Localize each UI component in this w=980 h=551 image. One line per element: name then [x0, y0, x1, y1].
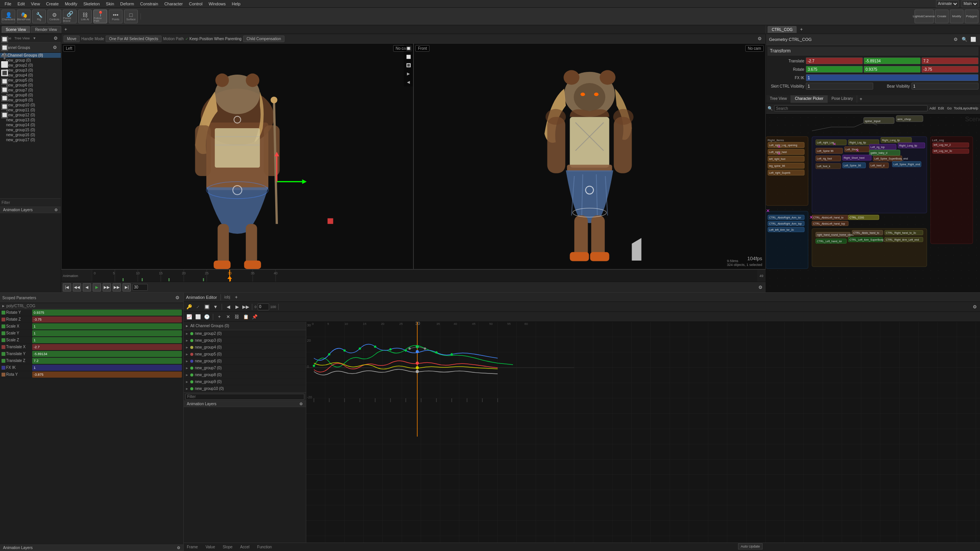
attr-expand-icon[interactable]: ⬜: [969, 36, 977, 43]
anim-filter-input[interactable]: [185, 394, 304, 400]
menu-create[interactable]: Create: [43, 1, 62, 7]
anim-tree-group-8[interactable]: ► new_group8 (0): [184, 372, 306, 378]
tree-group-15[interactable]: new_group15 (0): [0, 127, 61, 132]
play-btn[interactable]: ▶: [93, 283, 101, 292]
one-for-all-btn[interactable]: One For All Selected Objects: [106, 36, 162, 42]
anim-tangent-btn[interactable]: ⟋: [194, 303, 202, 311]
anim-next-btn[interactable]: ▶▶: [242, 303, 250, 311]
add-attr-btn[interactable]: +: [797, 26, 805, 33]
anim-graph-btn[interactable]: 📈: [185, 313, 193, 321]
left-icon-5[interactable]: 🔳: [1, 69, 8, 77]
fxik-value[interactable]: 1: [806, 74, 978, 81]
anim-filter-btn[interactable]: ▼: [212, 303, 219, 311]
menu-character[interactable]: Character: [161, 1, 186, 7]
link-at-btn[interactable]: ⛓ Link At: [78, 10, 92, 23]
menu-help[interactable]: Help: [229, 1, 244, 7]
menu-modify[interactable]: Modify: [62, 1, 80, 7]
anim-settings-icon[interactable]: ⚙: [971, 303, 978, 311]
scale-x-param-val[interactable]: 1: [32, 323, 182, 329]
add-node-btn[interactable]: Add: [929, 104, 936, 112]
anim-start-frame[interactable]: [258, 303, 269, 310]
left-icon-1[interactable]: 🔲: [1, 35, 8, 43]
move-mode-btn[interactable]: Move: [64, 36, 80, 42]
anim-tree-group-9[interactable]: ► new_group9 (0): [184, 378, 306, 385]
follow-path-btn[interactable]: 📍 Follow Path: [93, 10, 107, 23]
rotate-y-param-val[interactable]: 0.9375: [32, 310, 182, 316]
points-btn[interactable]: ••• Points: [109, 10, 122, 23]
vp-icon-5[interactable]: ◀: [405, 78, 412, 86]
anim-tree-group-7[interactable]: ► new_group7 (0): [184, 365, 306, 372]
blendpose-btn[interactable]: 🎭 BlendPose: [17, 10, 31, 23]
anim-bake-btn[interactable]: 🔲: [203, 303, 211, 311]
menu-skin[interactable]: Skin: [103, 1, 117, 7]
viewport-settings-icon[interactable]: ⚙: [756, 35, 763, 42]
rotate-z[interactable]: -3.75: [921, 66, 978, 73]
prev-frame-btn[interactable]: ◀: [83, 283, 91, 292]
anim-curves[interactable]: 30 20 0 -20 0 5 10 15 20 25 30 35 40: [306, 322, 980, 543]
tab-ctrl-cog[interactable]: CTRL_COG: [768, 26, 797, 33]
tab-tree-view[interactable]: Tree View: [766, 95, 791, 103]
translate-z[interactable]: 7.2: [921, 57, 978, 64]
play-all-btn[interactable]: ▶▶: [103, 283, 111, 292]
translate-y[interactable]: -5.89134: [864, 57, 921, 64]
menu-file[interactable]: File: [2, 1, 15, 7]
characters-btn[interactable]: 👤 Characters: [2, 10, 15, 23]
translate-y-param-val[interactable]: -5.89134: [32, 351, 182, 357]
translate-z-param-val[interactable]: 7.2: [32, 358, 182, 364]
attr-settings-icon[interactable]: ⚙: [952, 36, 959, 43]
anim-dope-btn[interactable]: ⬜: [194, 313, 202, 321]
left-icon-9[interactable]: 🔲: [1, 103, 8, 110]
tab-scene-view[interactable]: Scene View: [2, 26, 30, 33]
anim-tree-group-10[interactable]: ► new_group10 (0): [184, 385, 306, 392]
menu-constrain[interactable]: Constrain: [137, 1, 161, 7]
scale-y-param-val[interactable]: 1: [32, 330, 182, 336]
lights-cameras-btn[interactable]: Lights&Cameras: [915, 10, 934, 23]
node-editor[interactable]: Scene spine_input arm_chop Right_Items: [766, 114, 980, 292]
create-btn[interactable]: Create: [935, 10, 949, 23]
modify-btn2[interactable]: Modify: [950, 10, 964, 23]
anim-play-btn[interactable]: ▶: [233, 303, 241, 311]
anim-del-key-btn[interactable]: ✕: [224, 313, 232, 321]
tab-render-view[interactable]: Render View: [31, 26, 61, 33]
left-icon-8[interactable]: 🔲: [1, 94, 8, 102]
anim-break-btn[interactable]: ⛓: [233, 313, 241, 321]
left-icon-10[interactable]: 🔲: [1, 111, 8, 119]
scope-settings[interactable]: ⚙: [52, 34, 59, 42]
menu-deform[interactable]: Deform: [117, 1, 137, 7]
add-view-btn[interactable]: +: [62, 26, 70, 33]
timeline-area[interactable]: Animation 0 5 10 15 20: [61, 269, 766, 282]
anim-layers-settings-icon[interactable]: ⚙: [54, 208, 58, 212]
anim-tree-group-2[interactable]: ► new_group2 (0): [184, 330, 306, 337]
menu-windows[interactable]: Windows: [206, 1, 229, 7]
anim-tree-group-4[interactable]: ► new_group4 (0): [184, 344, 306, 351]
vp-icon-1[interactable]: 🔲: [405, 44, 412, 52]
rotate-z-param-val[interactable]: -3.75: [32, 316, 182, 323]
menu-edit[interactable]: Edit: [15, 1, 28, 7]
menu-skeleton[interactable]: Skeleton: [80, 1, 103, 7]
edit-node-btn[interactable]: Edit: [937, 104, 945, 112]
anim-layers-bottom-settings[interactable]: ⚙: [177, 546, 180, 550]
tools-btn[interactable]: Tools: [954, 104, 962, 112]
char-picker-search-input[interactable]: [774, 105, 928, 111]
child-compensation-btn[interactable]: Child Compensation: [243, 36, 284, 42]
tree-group-16[interactable]: new_group16 (0): [0, 132, 61, 137]
workspace-select[interactable]: Main: [962, 0, 978, 7]
rotate-x[interactable]: 3.675: [806, 66, 863, 73]
skip-end-btn[interactable]: ▶|: [122, 283, 131, 292]
left-icon-2[interactable]: 🔲: [1, 44, 8, 51]
controls-btn[interactable]: ⚙ Controls: [47, 10, 61, 23]
anim-add-key-btn[interactable]: +: [216, 313, 223, 321]
translate-x-param-val[interactable]: -2.7: [32, 344, 182, 350]
attr-search-icon[interactable]: 🔍: [960, 36, 968, 43]
surface-btn[interactable]: □ Surface: [124, 10, 138, 23]
left-icon-7[interactable]: 🔲: [1, 86, 8, 93]
frame-input[interactable]: 30: [132, 284, 148, 291]
anim-tree-group-6[interactable]: ► new_group6 (0): [184, 358, 306, 365]
left-icon-4[interactable]: ⬜: [1, 60, 8, 68]
help-char-btn[interactable]: Help: [971, 104, 978, 112]
menu-view[interactable]: View: [28, 1, 43, 7]
right-viewport[interactable]: Front No cam: [413, 43, 766, 269]
anim-retim-btn[interactable]: 🕐: [203, 313, 211, 321]
translate-x[interactable]: -2.7: [806, 57, 863, 64]
tab-pose-library[interactable]: Pose Library: [828, 95, 857, 103]
